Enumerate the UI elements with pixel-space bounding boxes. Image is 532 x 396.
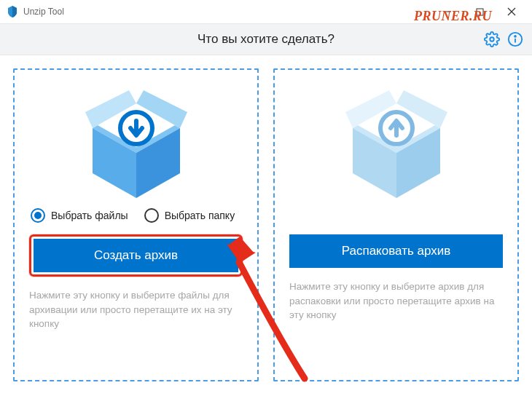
page-title: Что вы хотите сделать? bbox=[197, 32, 335, 47]
close-button[interactable] bbox=[503, 3, 520, 20]
app-title: Unzip Tool bbox=[23, 7, 64, 17]
header-bar: PRUNER.RU Что вы хотите сделать? bbox=[0, 23, 532, 55]
create-archive-panel[interactable]: Выбрать файлы Выбрать папку Создать архи… bbox=[13, 68, 259, 381]
extract-archive-panel[interactable]: Распаковать архив Нажмите эту кнопку и в… bbox=[273, 68, 519, 381]
app-logo-icon bbox=[6, 5, 19, 18]
svg-point-4 bbox=[490, 37, 494, 41]
radio-label: Выбрать папку bbox=[165, 210, 235, 221]
extract-archive-box-icon bbox=[342, 83, 451, 199]
radio-label: Выбрать файлы bbox=[51, 210, 128, 221]
extract-archive-button[interactable]: Распаковать архив bbox=[289, 234, 503, 268]
svg-point-7 bbox=[515, 36, 516, 37]
create-archive-box-icon bbox=[82, 83, 191, 199]
button-label: Создать архив bbox=[94, 248, 178, 263]
radio-icon bbox=[144, 208, 159, 223]
settings-icon[interactable] bbox=[484, 31, 500, 47]
info-icon[interactable] bbox=[507, 31, 523, 47]
create-archive-button[interactable]: Создать архив bbox=[34, 239, 238, 272]
watermark-text: PRUNER.RU bbox=[414, 9, 492, 24]
radio-select-files[interactable]: Выбрать файлы bbox=[31, 208, 128, 223]
highlight-annotation: Создать архив bbox=[29, 234, 243, 277]
create-hint-text: Нажмите эту кнопку и выберите файлы для … bbox=[29, 288, 243, 331]
radio-icon bbox=[31, 208, 45, 223]
button-label: Распаковать архив bbox=[342, 244, 451, 258]
main-panels: Выбрать файлы Выбрать папку Создать архи… bbox=[0, 55, 532, 395]
extract-hint-text: Нажмите эту кнопку и выберите архив для … bbox=[289, 280, 503, 322]
radio-select-folder[interactable]: Выбрать папку bbox=[144, 208, 235, 223]
source-radio-group: Выбрать файлы Выбрать папку bbox=[31, 208, 235, 223]
